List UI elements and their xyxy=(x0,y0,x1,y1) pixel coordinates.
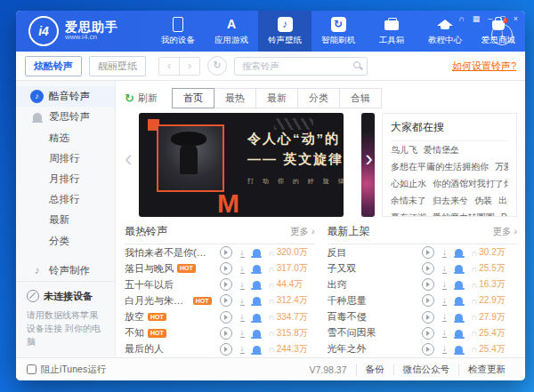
play-icon[interactable] xyxy=(422,262,434,275)
ringtone-title[interactable]: 反目 xyxy=(328,246,347,260)
sidebar-item-ringtone-maker[interactable]: ♪ 铃声制作 xyxy=(16,260,115,281)
set-ringtone-bell-icon[interactable] xyxy=(253,314,261,321)
tab-wallpapers[interactable]: 靓丽壁纸 xyxy=(89,56,146,76)
download-icon[interactable]: ↓ xyxy=(240,296,245,306)
search-input[interactable] xyxy=(234,57,368,76)
set-ringtone-bell-icon[interactable] xyxy=(455,346,463,353)
nav-my-device[interactable]: 我的设备 xyxy=(151,11,205,52)
play-icon[interactable] xyxy=(220,311,232,324)
ringtone-title[interactable]: 雪不问因果 xyxy=(328,326,376,340)
hot-search-term[interactable]: 鸟儿飞 xyxy=(391,145,417,155)
hot-search-term[interactable]: Panama xyxy=(501,212,508,217)
nav-toolbox[interactable]: 工具箱 xyxy=(365,11,418,52)
ringtone-title[interactable]: 我怕来者不是你(D.版) xyxy=(125,246,210,260)
download-icon[interactable]: ↓ xyxy=(240,344,245,354)
ringtone-title[interactable]: 不知 xyxy=(125,326,144,340)
hot-search-term[interactable]: 万爱千恩 xyxy=(495,162,508,172)
headset-icon[interactable]: ∩ xyxy=(458,13,464,24)
back-button[interactable]: ‹ xyxy=(159,58,179,75)
set-ringtone-bell-icon[interactable] xyxy=(455,265,463,272)
set-ringtone-bell-icon[interactable] xyxy=(253,265,261,272)
sidebar-item-weekly-rank[interactable]: 周排行 xyxy=(16,148,115,169)
wechat-official-button[interactable]: 微信公众号 xyxy=(393,364,459,376)
play-icon[interactable] xyxy=(422,278,434,291)
ringtone-title[interactable]: 放空 xyxy=(125,310,144,324)
check-update-button[interactable]: 检查更新 xyxy=(458,364,514,376)
block-itunes-checkbox[interactable]: 阻止iTunes运行 xyxy=(27,364,106,376)
play-icon[interactable] xyxy=(422,343,434,356)
nav-ringtones-wallpapers[interactable]: ♪ 铃声壁纸 xyxy=(258,11,312,52)
ringtone-title[interactable]: 五十年以后 xyxy=(125,278,174,292)
hot-search-term[interactable]: 赢在江湖 xyxy=(391,212,426,217)
ringtone-title[interactable]: 千种思量 xyxy=(328,294,367,308)
carousel-prev-icon[interactable]: ‹ xyxy=(125,147,133,170)
download-icon[interactable]: ↓ xyxy=(442,280,447,290)
nav-apps-games[interactable]: A 应用游戏 xyxy=(205,11,258,52)
app-logo[interactable]: i4 爱思助手 www.i4.cn xyxy=(16,16,151,46)
play-icon[interactable] xyxy=(220,343,232,356)
ringtone-title[interactable]: 出窍 xyxy=(328,278,347,292)
tab-cool-ringtones[interactable]: 炫酷铃声 xyxy=(25,56,82,76)
tab-category[interactable]: 分类 xyxy=(298,88,340,108)
tab-newest[interactable]: 最新 xyxy=(256,88,298,108)
sidebar-item-latest[interactable]: 最新 xyxy=(16,210,115,230)
minimize-icon[interactable]: – xyxy=(488,13,492,24)
search-icon[interactable] xyxy=(353,61,362,70)
play-icon[interactable] xyxy=(220,327,232,340)
hot-search-term[interactable]: 余情未了 xyxy=(391,196,426,205)
more-link[interactable]: 更多 › xyxy=(290,226,314,238)
hot-search-term[interactable]: 多想在平庸的生活拥抱你 xyxy=(391,162,489,172)
ringtone-title[interactable]: 最后的人 xyxy=(125,342,164,356)
set-ringtone-bell-icon[interactable] xyxy=(455,281,463,288)
download-icon[interactable]: ↓ xyxy=(442,328,447,338)
play-icon[interactable] xyxy=(422,311,434,324)
ringtone-title[interactable]: 落日与晚风 xyxy=(125,262,174,276)
skin-icon[interactable]: ▦ xyxy=(473,13,481,24)
hot-search-term[interactable]: 爱的魔力转圈圈 xyxy=(433,212,495,217)
download-icon[interactable]: ↓ xyxy=(442,312,447,322)
ringtone-title[interactable]: 白月光与朱砂痣 xyxy=(125,294,190,308)
banner-slide[interactable]: M 令人心“动”的 —— 英文旋律 打 动 你 的 好 旋 律 xyxy=(139,113,344,217)
play-icon[interactable] xyxy=(422,294,434,307)
carousel-next-icon[interactable]: › xyxy=(365,147,373,170)
more-link[interactable]: 更多 › xyxy=(493,226,517,238)
download-icon[interactable]: ↓ xyxy=(240,248,245,258)
sidebar-item-i4-ringtones[interactable]: 爱思铃声 xyxy=(16,107,115,127)
sidebar-item-categories[interactable]: 分类 xyxy=(16,231,115,252)
play-icon[interactable] xyxy=(220,294,232,307)
download-manager-button[interactable]: ↓ xyxy=(491,24,513,45)
download-icon[interactable]: ↓ xyxy=(240,264,245,274)
hot-search-term[interactable]: 归去来兮 xyxy=(433,196,468,205)
play-icon[interactable] xyxy=(422,327,434,340)
sidebar-item-total-rank[interactable]: 总排行 xyxy=(16,189,115,210)
set-ringtone-bell-icon[interactable] xyxy=(253,297,261,304)
download-icon[interactable]: ↓ xyxy=(442,264,447,274)
ringtone-title[interactable]: 子又双 xyxy=(328,262,357,276)
download-icon[interactable]: ↓ xyxy=(442,296,447,306)
play-icon[interactable] xyxy=(220,246,232,259)
close-icon[interactable]: × xyxy=(514,13,518,24)
play-icon[interactable] xyxy=(220,278,232,291)
nav-smart-flash[interactable]: ↻ 智能刷机 xyxy=(312,11,365,52)
download-icon[interactable]: ↓ xyxy=(442,344,447,354)
download-icon[interactable]: ↓ xyxy=(240,312,245,322)
maximize-icon[interactable]: □ xyxy=(500,13,505,24)
backup-button[interactable]: 备份 xyxy=(356,364,393,376)
download-icon[interactable]: ↓ xyxy=(442,248,447,258)
sidebar-item-kuyin-ringtones[interactable]: ♪ 酷音铃声 xyxy=(16,86,115,107)
set-ringtone-bell-icon[interactable] xyxy=(253,330,261,337)
sidebar-item-monthly-rank[interactable]: 月排行 xyxy=(16,169,115,189)
hot-search-term[interactable]: 爱情堡垒 xyxy=(424,145,459,155)
set-ringtone-bell-icon[interactable] xyxy=(253,281,261,288)
tab-home[interactable]: 首页 xyxy=(172,88,214,108)
hot-search-term[interactable]: 伪装 xyxy=(474,196,492,205)
ringtone-title[interactable]: 百毒不侵 xyxy=(328,310,367,324)
hot-search-term[interactable]: 你的酒馆对我打了烊 xyxy=(433,179,508,188)
play-icon[interactable] xyxy=(220,262,232,275)
forward-button[interactable]: › xyxy=(179,58,199,75)
download-icon[interactable]: ↓ xyxy=(240,280,245,290)
ringtone-title[interactable]: 光年之外 xyxy=(328,342,367,356)
download-icon[interactable]: ↓ xyxy=(240,328,245,338)
set-ringtone-bell-icon[interactable] xyxy=(253,346,261,353)
set-ringtone-bell-icon[interactable] xyxy=(455,297,463,304)
